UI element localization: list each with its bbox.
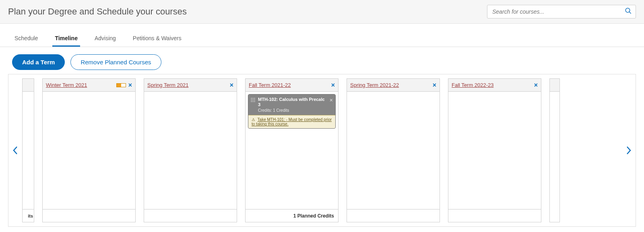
term-column: Winter Term 2021 × [42, 78, 136, 222]
svg-line-1 [629, 12, 631, 14]
term-header-right: × [116, 82, 132, 89]
term-link[interactable]: Winter Term 2021 [46, 82, 87, 88]
term-footer-partial: its [23, 209, 34, 222]
term-footer [43, 209, 135, 222]
search-icon[interactable] [625, 7, 632, 16]
term-footer: 1 Planned Credits [246, 209, 338, 222]
search-input[interactable] [487, 5, 636, 18]
term-header: Fall Term 2021-22 × [246, 79, 338, 92]
progress-icon [116, 83, 126, 87]
tab-timeline[interactable]: Timeline [52, 31, 80, 47]
page-header: Plan your Degree and Schedule your cours… [0, 0, 644, 24]
drag-handle-icon[interactable] [251, 97, 256, 102]
term-body[interactable]: MTH-102: Calculus with Precalc 3 Credits… [246, 92, 338, 209]
term-header-right: × [230, 82, 233, 89]
warning-icon: ⚠ [252, 117, 255, 122]
search-container [487, 5, 636, 18]
tab-petitions-waivers[interactable]: Petitions & Waivers [130, 31, 184, 47]
term-column: Spring Term 2021 × [144, 78, 237, 222]
actions-row: Add a Term Remove Planned Courses [0, 47, 644, 74]
course-title: MTH-102: Calculus with Precalc 3 [258, 97, 327, 107]
course-info: MTH-102: Calculus with Precalc 3 Credits… [258, 97, 327, 113]
term-header-partial [550, 79, 559, 92]
add-term-button[interactable]: Add a Term [12, 54, 65, 70]
course-card[interactable]: MTH-102: Calculus with Precalc 3 Credits… [248, 94, 336, 129]
term-column-partial-left: its [22, 78, 34, 222]
timeline-scroll[interactable]: its Winter Term 2021 × Spring Term 2021 … [22, 74, 622, 226]
term-header-right: × [331, 82, 335, 89]
term-header-right: × [433, 82, 436, 89]
term-header-partial [23, 79, 34, 92]
term-body[interactable] [43, 92, 135, 209]
term-header: Fall Term 2022-23 × [448, 79, 541, 92]
tab-schedule[interactable]: Schedule [12, 31, 40, 47]
timeline-prev-button[interactable] [8, 74, 22, 226]
term-body-partial [23, 92, 34, 209]
term-header: Winter Term 2021 × [43, 79, 135, 92]
close-icon[interactable]: × [128, 82, 132, 89]
tabs-bar: Schedule Timeline Advising Petitions & W… [0, 31, 644, 47]
course-warning-link[interactable]: Take MTH-101; - Must be completed prior … [252, 117, 332, 126]
term-link[interactable]: Fall Term 2021-22 [249, 82, 291, 88]
close-icon[interactable]: × [230, 82, 233, 89]
remove-planned-courses-button[interactable]: Remove Planned Courses [70, 54, 161, 70]
close-icon[interactable]: × [330, 97, 333, 103]
term-footer [448, 209, 541, 222]
term-link[interactable]: Spring Term 2021 [147, 82, 188, 88]
term-footer [347, 209, 440, 222]
course-card-header: MTH-102: Calculus with Precalc 3 Credits… [248, 94, 335, 115]
term-column: Spring Term 2021-22 × [347, 78, 440, 222]
close-icon[interactable]: × [331, 82, 335, 89]
term-header: Spring Term 2021 × [144, 79, 237, 92]
term-body[interactable] [144, 92, 237, 209]
timeline-next-button[interactable] [622, 74, 636, 226]
term-column: Fall Term 2021-22 × MTH-102: Calculus wi… [245, 78, 339, 222]
term-body[interactable] [448, 92, 541, 209]
close-icon[interactable]: × [433, 82, 436, 89]
term-header: Spring Term 2021-22 × [347, 79, 440, 92]
term-header-right: × [534, 82, 538, 89]
page-title: Plan your Degree and Schedule your cours… [8, 6, 187, 17]
timeline-container: its Winter Term 2021 × Spring Term 2021 … [8, 74, 636, 227]
tab-advising[interactable]: Advising [92, 31, 118, 47]
close-icon[interactable]: × [534, 82, 538, 89]
term-body-partial [550, 92, 559, 222]
term-column-partial-right [549, 78, 560, 222]
course-credits: Credits: 1 Credits [258, 108, 327, 113]
term-link[interactable]: Spring Term 2021-22 [350, 82, 399, 88]
term-footer [144, 209, 237, 222]
course-warning: ⚠ Take MTH-101; - Must be completed prio… [248, 115, 335, 128]
term-column: Fall Term 2022-23 × [448, 78, 541, 222]
svg-point-0 [625, 8, 630, 12]
term-link[interactable]: Fall Term 2022-23 [452, 82, 494, 88]
term-body[interactable] [347, 92, 440, 209]
